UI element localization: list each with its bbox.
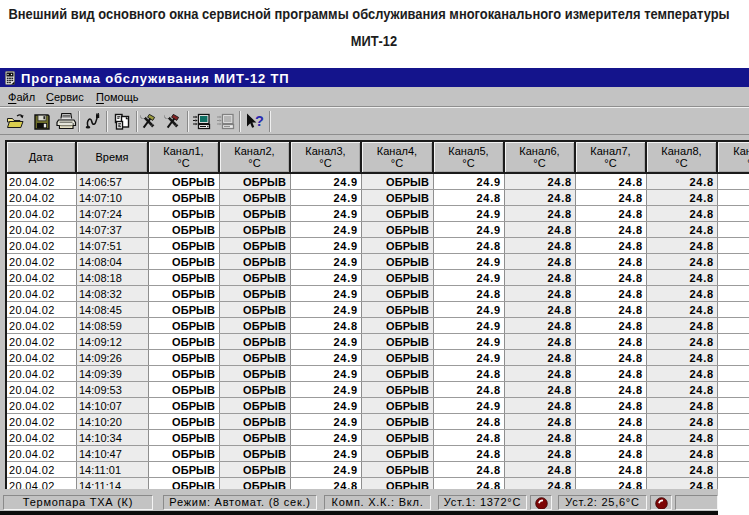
svg-text:?: ? — [255, 113, 264, 129]
